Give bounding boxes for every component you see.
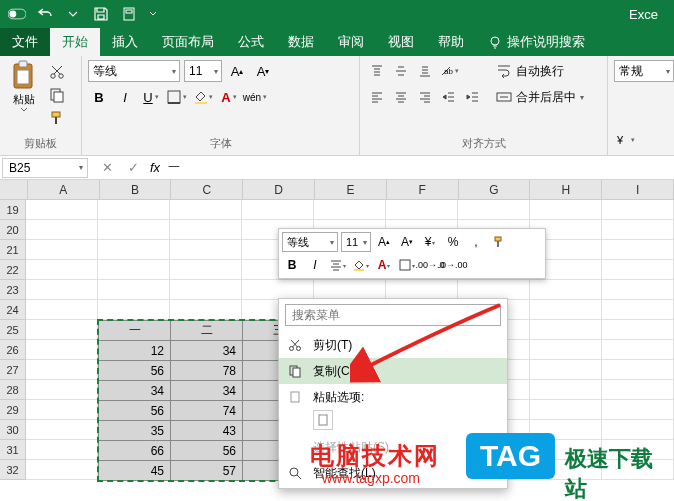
mini-font-select[interactable]: 等线▾ (282, 232, 338, 252)
cell[interactable]: 34 (171, 381, 243, 401)
italic-button[interactable]: I (114, 86, 136, 108)
cell[interactable]: 56 (171, 441, 243, 461)
font-name-select[interactable]: 等线▾ (88, 60, 180, 82)
cell[interactable] (98, 260, 170, 280)
menu-cut[interactable]: 剪切(T) (279, 332, 507, 358)
wrap-text-button[interactable]: 自动换行 (492, 60, 588, 82)
cell[interactable] (170, 280, 242, 300)
mini-fill-color[interactable] (351, 255, 371, 275)
decrease-font-button[interactable]: A▾ (252, 60, 274, 82)
cell[interactable]: 56 (99, 401, 171, 421)
redo-button[interactable] (64, 5, 82, 23)
cell[interactable] (602, 300, 674, 320)
select-all-corner[interactable] (0, 180, 28, 199)
tab-view[interactable]: 视图 (376, 28, 426, 56)
row-header[interactable]: 21 (0, 240, 26, 260)
row-header[interactable]: 32 (0, 460, 26, 480)
cell[interactable] (602, 200, 674, 220)
col-header[interactable]: H (530, 180, 602, 199)
menu-copy[interactable]: 复制(C) (279, 358, 507, 384)
align-left-button[interactable] (366, 86, 388, 108)
font-size-select[interactable]: 11▾ (184, 60, 222, 82)
cell[interactable] (98, 300, 170, 320)
mini-align[interactable] (328, 255, 348, 275)
row-header[interactable]: 20 (0, 220, 26, 240)
cell[interactable] (26, 300, 98, 320)
cell[interactable] (602, 260, 674, 280)
cell[interactable]: 二 (171, 321, 243, 341)
copy-button[interactable] (46, 85, 68, 105)
row-header[interactable]: 23 (0, 280, 26, 300)
mini-increase-font[interactable]: A▴ (374, 232, 394, 252)
col-header[interactable]: G (459, 180, 531, 199)
menu-search-input[interactable] (285, 304, 501, 326)
cut-button[interactable] (46, 62, 68, 82)
cell[interactable] (26, 420, 98, 440)
cell[interactable] (458, 280, 530, 300)
cell[interactable] (26, 280, 98, 300)
tab-insert[interactable]: 插入 (100, 28, 150, 56)
accounting-format-button[interactable]: ¥ (614, 129, 636, 151)
col-header[interactable]: C (171, 180, 243, 199)
tab-home[interactable]: 开始 (50, 28, 100, 56)
row-header[interactable]: 24 (0, 300, 26, 320)
row-header[interactable]: 22 (0, 260, 26, 280)
menu-smart-lookup[interactable]: 智能查找(L) (279, 460, 507, 486)
cell[interactable] (26, 320, 98, 340)
cell[interactable] (530, 440, 602, 460)
cell[interactable] (530, 280, 602, 300)
increase-font-button[interactable]: A▴ (226, 60, 248, 82)
row-header[interactable]: 29 (0, 400, 26, 420)
cell[interactable] (530, 360, 602, 380)
cell[interactable] (98, 200, 170, 220)
cell[interactable]: 35 (99, 421, 171, 441)
paste-button[interactable]: 粘贴 (6, 60, 42, 134)
cell[interactable] (98, 220, 170, 240)
tab-help[interactable]: 帮助 (426, 28, 476, 56)
enter-formula-button[interactable]: ✓ (124, 159, 142, 177)
font-color-button[interactable]: A (218, 86, 240, 108)
mini-currency[interactable]: ¥ (420, 232, 440, 252)
row-header[interactable]: 25 (0, 320, 26, 340)
merge-center-button[interactable]: 合并后居中 ▾ (492, 86, 588, 108)
cell[interactable] (530, 340, 602, 360)
cell[interactable] (530, 200, 602, 220)
mini-bold[interactable]: B (282, 255, 302, 275)
cell[interactable] (602, 380, 674, 400)
align-middle-button[interactable] (390, 60, 412, 82)
cell[interactable] (602, 320, 674, 340)
format-painter-button[interactable] (46, 108, 68, 128)
cell[interactable] (530, 460, 602, 480)
cell[interactable] (26, 400, 98, 420)
align-center-button[interactable] (390, 86, 412, 108)
autosave-toggle[interactable] (8, 5, 26, 23)
cell[interactable]: 74 (171, 401, 243, 421)
cell[interactable] (602, 460, 674, 480)
cell[interactable] (530, 380, 602, 400)
mini-comma[interactable]: , (466, 232, 486, 252)
phonetic-button[interactable]: wén (244, 86, 266, 108)
align-right-button[interactable] (414, 86, 436, 108)
cell[interactable] (602, 340, 674, 360)
cell[interactable] (530, 320, 602, 340)
cell[interactable]: 43 (171, 421, 243, 441)
cell[interactable] (602, 360, 674, 380)
cell[interactable] (26, 360, 98, 380)
cell[interactable] (314, 200, 386, 220)
col-header[interactable]: E (315, 180, 387, 199)
cell[interactable]: 66 (99, 441, 171, 461)
col-header[interactable]: B (100, 180, 172, 199)
decrease-indent-button[interactable] (438, 86, 460, 108)
cell[interactable] (170, 300, 242, 320)
mini-size-select[interactable]: 11▾ (341, 232, 371, 252)
row-header[interactable]: 28 (0, 380, 26, 400)
row-header[interactable]: 26 (0, 340, 26, 360)
cell[interactable] (602, 220, 674, 240)
cell[interactable]: 34 (171, 341, 243, 361)
cell[interactable]: 45 (99, 461, 171, 481)
mini-border[interactable] (397, 255, 417, 275)
cell[interactable] (26, 460, 98, 480)
bold-button[interactable]: B (88, 86, 110, 108)
qat-customize[interactable] (148, 5, 158, 23)
cell[interactable] (602, 440, 674, 460)
